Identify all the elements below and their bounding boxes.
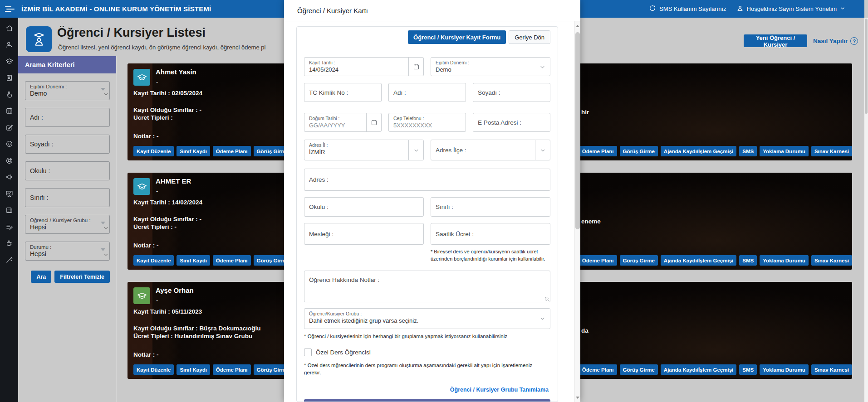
megaphone-icon[interactable]: [5, 173, 13, 181]
adi-field[interactable]: Adı :: [388, 83, 466, 102]
search-button[interactable]: Ara: [31, 271, 51, 283]
card-action-button[interactable]: Yoklama Durumu: [760, 255, 809, 266]
soyadi-field[interactable]: Soyadı :: [473, 83, 550, 102]
adres-il-select[interactable]: Adres İl : İZMİR: [304, 140, 424, 160]
student-list-icon: [26, 26, 52, 52]
card-action-button[interactable]: Yoklama Durumu: [760, 364, 809, 375]
clear-filters-button[interactable]: Filtreleri Temizle: [54, 271, 110, 283]
card-action-button[interactable]: Kayıt Düzenle: [133, 146, 174, 156]
meslegi-field[interactable]: Mesleği :: [304, 223, 424, 245]
card-action-button[interactable]: Görüş Girme: [620, 364, 658, 375]
question-circle-icon: ?: [850, 37, 858, 45]
newspaper-icon[interactable]: [5, 206, 13, 214]
student-name: Ahmet Yasin: [156, 68, 196, 76]
veli-section-header[interactable]: Veli Bilgileri: [304, 399, 550, 402]
card-action-button[interactable]: Ödeme Planı: [579, 364, 617, 375]
group-definition-link[interactable]: Öğrenci / Kursiyer Grubu Tanımlama: [304, 387, 549, 393]
card-action-button[interactable]: SMS: [739, 364, 757, 375]
card-action-button[interactable]: Sınav Karnesi: [811, 146, 852, 156]
search-field-adi[interactable]: Adı :: [25, 108, 110, 127]
calendar-icon[interactable]: [366, 113, 381, 131]
calendar-icon[interactable]: [408, 58, 423, 76]
card-action-button[interactable]: Sınıf Kaydı: [177, 255, 210, 266]
how-to-link[interactable]: Nasıl Yapılır ?: [813, 37, 858, 45]
smiley-icon[interactable]: [5, 140, 13, 148]
card-action-button[interactable]: Görüş Girme: [620, 146, 658, 156]
adres-ilce-select[interactable]: Adres İlçe :: [431, 140, 550, 160]
card-action-button[interactable]: Kayıt Düzenle: [133, 255, 174, 266]
modal-scrollbar[interactable]: [574, 21, 580, 402]
student-notes-textarea[interactable]: Öğrenci Hakkında Notlar :: [304, 271, 550, 302]
card-action-button[interactable]: Görüş Girme: [620, 255, 658, 266]
icon-sidebar: [0, 18, 18, 402]
card-action-button[interactable]: SMS: [739, 146, 757, 156]
scrollbar-thumb[interactable]: [575, 32, 580, 229]
card-action-button[interactable]: Ödeme Planı: [213, 364, 251, 375]
form-tab-button[interactable]: Öğrenci / Kursiyer Kayıt Formu: [408, 30, 506, 44]
sms-usage-link[interactable]: SMS Kullanım Sayılarınız: [649, 5, 726, 13]
new-student-button[interactable]: Yeni Öğrenci / Kursiyer: [744, 34, 807, 47]
edit-icon[interactable]: [5, 123, 13, 131]
adres-field[interactable]: Adres :: [304, 169, 550, 191]
student-card-modal: Öğrenci / Kursiyer Kartı Öğrenci / Kursi…: [284, 0, 580, 402]
card-action-button[interactable]: Yoklama Durumu: [760, 146, 809, 156]
calendar-icon[interactable]: [5, 107, 13, 115]
page-scrollbar[interactable]: [864, 18, 868, 402]
tc-kimlik-field[interactable]: TC Kimlik No :: [304, 83, 382, 102]
coffee-icon[interactable]: [5, 239, 13, 247]
search-field-okulu[interactable]: Okulu :: [25, 161, 110, 180]
scroll-down-icon[interactable]: [575, 394, 580, 401]
ozel-ders-checkbox[interactable]: [304, 349, 312, 356]
card-info-line: Kayıt Tarihi : 05/11/2023: [133, 308, 202, 315]
clipboard-icon[interactable]: [5, 74, 13, 82]
card-text-fragment: da: [581, 327, 588, 334]
card-action-button[interactable]: Ajanda Kaydı/İşlem Geçmişi: [661, 146, 736, 156]
chevron-down-icon: [535, 58, 550, 76]
okulu-field[interactable]: Okulu :: [304, 197, 424, 217]
card-action-button[interactable]: Sınıf Kaydı: [177, 364, 210, 375]
egitim-donemi-select[interactable]: Eğitim Dönemi : Demo: [431, 57, 550, 76]
scroll-up-icon[interactable]: [575, 23, 580, 29]
search-field-soyadi[interactable]: Soyadı :: [25, 135, 110, 154]
search-field-sinifi[interactable]: Sınıfı :: [25, 188, 110, 207]
graduation-cap-icon: [133, 287, 150, 304]
home-icon[interactable]: [5, 24, 13, 32]
dogum-tarihi-field[interactable]: Doğum Tarihi : GG/AA/YYYY: [304, 113, 382, 132]
card-info-line: Kayıt Olduğu Sınıflar : Büşra Dokumacıoğ…: [133, 325, 261, 332]
sinifi-field[interactable]: Sınıfı :: [431, 197, 550, 217]
user-key-icon[interactable]: [5, 41, 13, 49]
hamburger-menu-icon[interactable]: [5, 6, 15, 12]
card-action-button[interactable]: Sınav Karnesi: [811, 364, 852, 375]
chevron-down-icon: [840, 5, 845, 12]
search-field-durumu[interactable]: Durumu :Hepsi: [25, 242, 110, 261]
kursiyer-grubu-select[interactable]: Öğrenci/Kursiyer Grubu : Dahil etmek ist…: [304, 308, 550, 329]
card-action-button[interactable]: Ödeme Planı: [579, 255, 617, 266]
graduation-cap-icon[interactable]: [5, 57, 13, 65]
card-action-button[interactable]: SMS: [739, 255, 757, 266]
card-action-button[interactable]: Ödeme Planı: [213, 255, 251, 266]
task-list-icon[interactable]: [5, 223, 13, 231]
card-text-fragment: eneme: [581, 218, 601, 225]
saatlik-ucret-field[interactable]: Saatlik Ücret :: [431, 223, 550, 245]
lifebuoy-icon[interactable]: [5, 156, 13, 165]
search-field-grubu[interactable]: Öğrenci / Kursiyer Grubu :Hepsi: [25, 215, 110, 234]
hand-pointer-icon[interactable]: [5, 90, 13, 98]
card-action-button[interactable]: Kayıt Düzenle: [133, 364, 174, 375]
card-action-button[interactable]: Ödeme Planı: [579, 146, 617, 156]
search-field-egitim-donemi[interactable]: Eğitim Dönemi :Demo: [25, 81, 110, 100]
cep-telefonu-field[interactable]: Cep Telefonu : 5XXXXXXXXX: [388, 113, 466, 132]
card-action-button[interactable]: Sınav Karnesi: [811, 255, 852, 266]
back-button[interactable]: Geriye Dön: [509, 30, 550, 44]
card-action-button[interactable]: Ödeme Planı: [213, 146, 251, 156]
eposta-field[interactable]: E Posta Adresi :: [473, 113, 550, 132]
chevron-down-icon: [101, 248, 105, 251]
card-action-button[interactable]: Ajanda Kaydı/İşlem Geçmişi: [661, 364, 736, 375]
card-action-button[interactable]: Ajanda Kaydı/İşlem Geçmişi: [661, 255, 736, 266]
kayit-tarihi-field[interactable]: Kayıt Tarihi : 14/05/2024: [304, 57, 424, 76]
user-menu[interactable]: Hoşgeldiniz Sayın Sistem Yönetim: [736, 5, 845, 13]
card-text-fragment: hir: [581, 109, 589, 116]
magic-wand-icon[interactable]: [5, 256, 13, 264]
card-action-button[interactable]: Sınıf Kaydı: [177, 146, 210, 156]
resize-grip[interactable]: [545, 297, 549, 301]
presentation-icon[interactable]: [5, 189, 13, 198]
